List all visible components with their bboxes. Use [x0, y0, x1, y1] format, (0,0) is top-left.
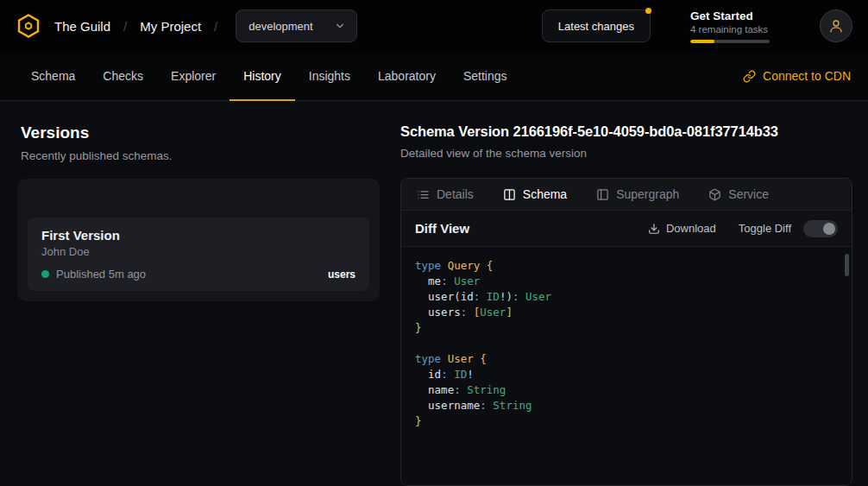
tab-history-label: History	[243, 69, 281, 83]
tab-supergraph-label: Supergraph	[616, 187, 679, 201]
code-block: type Query { me: User user(id: ID!): Use…	[401, 247, 852, 440]
tab-schema-view[interactable]: Schema	[503, 187, 567, 201]
layout-icon	[596, 188, 609, 201]
get-started-tasks: 4 remaining tasks	[690, 24, 780, 35]
versions-card: First Version John Doe Published 5m ago …	[17, 179, 380, 301]
code-scrollbar-thumb[interactable]	[845, 254, 849, 276]
schema-version-panel: Details Schema Supergraph	[400, 178, 852, 486]
user-icon	[828, 18, 844, 34]
notification-dot-icon	[645, 8, 651, 14]
tab-explorer-label: Explorer	[171, 69, 216, 83]
tab-service-label: Service	[728, 187, 769, 201]
download-button[interactable]: Download	[648, 222, 716, 235]
topbar: The Guild / My Project / development Lat…	[0, 0, 868, 52]
tab-explorer[interactable]: Explorer	[157, 52, 230, 100]
get-started-widget[interactable]: Get Started 4 remaining tasks	[690, 9, 780, 43]
latest-changes-button[interactable]: Latest changes	[542, 9, 651, 42]
primary-nav: Schema Checks Explorer History Insights …	[0, 52, 868, 101]
toggle-knob	[823, 223, 835, 235]
download-icon	[648, 223, 660, 235]
tab-supergraph-view[interactable]: Supergraph	[596, 187, 679, 201]
code-viewer: type Query { me: User user(id: ID!): Use…	[401, 247, 852, 485]
version-name: First Version	[41, 228, 355, 243]
versions-subtitle: Recently published schemas.	[21, 149, 380, 162]
breadcrumb-separator: /	[214, 19, 217, 34]
version-meta: Published 5m ago users	[41, 268, 355, 281]
toggle-diff-label: Toggle Diff	[739, 222, 791, 235]
breadcrumb-org[interactable]: The Guild	[54, 19, 110, 34]
tab-checks[interactable]: Checks	[89, 52, 157, 100]
tab-schema[interactable]: Schema	[17, 52, 89, 100]
list-icon	[417, 188, 430, 201]
breadcrumb-separator: /	[123, 19, 127, 34]
tab-laboratory-label: Laboratory	[378, 69, 436, 83]
topbar-right: Latest changes Get Started 4 remaining t…	[542, 9, 852, 43]
connect-cdn-link[interactable]: Connect to CDN	[743, 52, 851, 100]
box-icon	[708, 188, 721, 201]
schema-version-title: Schema Version 2166196f-5e10-4059-bd0a-0…	[400, 123, 852, 140]
diff-view-title: Diff View	[415, 221, 469, 236]
tab-settings-label: Settings	[463, 69, 507, 83]
environment-selector-value: development	[248, 20, 312, 33]
tab-schema-view-label: Schema	[523, 187, 567, 201]
version-list-item[interactable]: First Version John Doe Published 5m ago …	[28, 218, 369, 291]
schema-version-subtitle: Detailed view of the schema version	[400, 147, 852, 160]
download-label: Download	[666, 222, 716, 235]
tab-details-view[interactable]: Details	[417, 187, 474, 201]
version-service-badge: users	[328, 268, 355, 281]
detail-tabs: Details Schema Supergraph	[401, 179, 852, 211]
schema-version-column: Schema Version 2166196f-5e10-4059-bd0a-0…	[380, 101, 868, 486]
published-status-dot-icon	[41, 270, 49, 278]
tab-insights-label: Insights	[309, 69, 350, 83]
toggle-diff-switch[interactable]	[803, 220, 838, 237]
avatar[interactable]	[820, 9, 852, 42]
tab-checks-label: Checks	[103, 69, 143, 83]
environment-selector[interactable]: development	[236, 9, 356, 42]
tab-insights[interactable]: Insights	[295, 52, 364, 100]
chevron-down-icon	[334, 20, 346, 32]
hive-logo-icon[interactable]	[16, 13, 41, 39]
version-status: Published 5m ago	[56, 268, 146, 281]
diff-view-header: Diff View Download Toggle Diff	[401, 211, 852, 247]
breadcrumb: The Guild / My Project / development	[16, 9, 357, 42]
versions-column: Versions Recently published schemas. Fir…	[0, 101, 380, 486]
tab-details-label: Details	[437, 187, 474, 201]
diff-view-actions: Download Toggle Diff	[648, 220, 838, 237]
tab-settings[interactable]: Settings	[450, 52, 521, 100]
tab-service-view[interactable]: Service	[708, 187, 769, 201]
get-started-title: Get Started	[690, 9, 780, 22]
versions-title: Versions	[21, 123, 380, 142]
version-author: John Doe	[41, 245, 355, 258]
tab-laboratory[interactable]: Laboratory	[364, 52, 450, 100]
main-content: Versions Recently published schemas. Fir…	[0, 101, 868, 486]
latest-changes-label: Latest changes	[558, 20, 634, 33]
breadcrumb-project[interactable]: My Project	[140, 19, 201, 34]
connect-cdn-label: Connect to CDN	[763, 69, 851, 83]
tab-history[interactable]: History	[230, 52, 295, 100]
get-started-progressbar	[690, 40, 770, 43]
tab-schema-label: Schema	[31, 69, 75, 83]
columns-icon	[503, 188, 516, 201]
link-icon	[743, 70, 756, 83]
get-started-progress-fill	[690, 40, 714, 43]
